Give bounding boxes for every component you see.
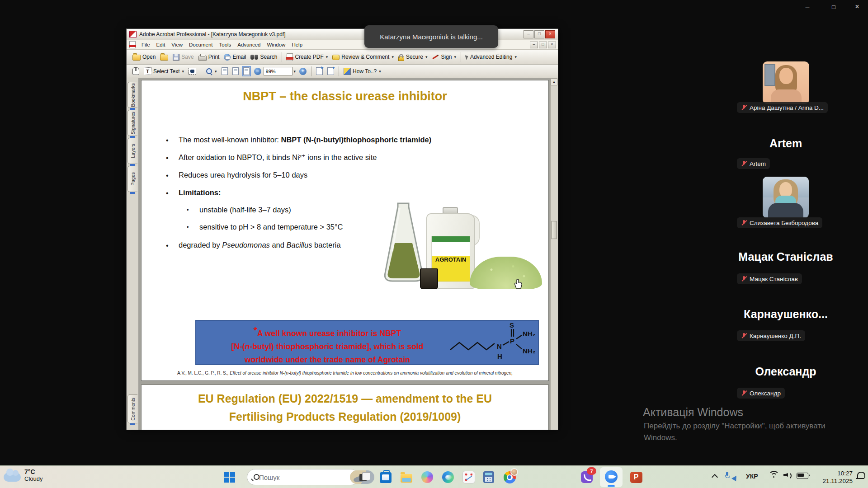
doc-close-button[interactable]: × [548,42,556,48]
task-view-icon [359,472,370,482]
actual-size-button[interactable] [219,66,230,76]
highlight-text: *A well known urease inhibitor is NBPT [… [201,324,454,366]
secure-button[interactable]: Secure ▾ [396,52,430,62]
hand-tool-button[interactable] [130,66,142,76]
participant-face [779,182,792,197]
doc-restore-button[interactable]: □ [539,42,547,48]
email-button[interactable]: Email [222,53,248,61]
snapshot-icon [189,68,196,75]
menu-window[interactable]: Window [264,41,289,48]
menu-advanced[interactable]: Advanced [234,41,264,48]
zoom-in-button[interactable]: + [297,67,309,76]
zoom-dropdown-icon[interactable]: ▾ [294,69,296,74]
print-button[interactable]: Print [196,52,222,62]
participant-name-text: Мацак Станіслав [750,276,798,282]
menu-file[interactable]: File [138,41,153,48]
tray-microphone-icon[interactable] [725,472,729,479]
taskbar-icon-edge[interactable] [440,469,456,485]
advanced-editing-button[interactable]: Advanced Editing ▾ [463,53,519,61]
zoom-icon [605,470,618,483]
cloud-icon [4,473,21,482]
svg-text:NH₂: NH₂ [523,330,535,338]
save-button[interactable]: Save [170,53,196,61]
taskbar-icon-calculator[interactable] [481,469,496,485]
screen-minimize-button[interactable]: – [797,0,818,14]
nav-tab-comments[interactable]: Comments [127,394,137,423]
next-view-button[interactable] [325,66,336,76]
email-label: Email [232,54,246,60]
acrobat-minimize-button[interactable]: – [524,30,533,38]
nav-tab-signatures[interactable]: Signatures [127,110,137,136]
scroll-up-arrow[interactable]: ▲ [551,78,557,85]
doc-minimize-button[interactable]: – [530,42,538,48]
snapshot-tool-button[interactable] [186,67,198,75]
pdf-page-current: NBPT – the classic urease inhibitor • Th… [141,80,549,381]
fit-page-icon [243,67,250,75]
participant-name-text: Аріна Дашутіна / Arina D... [750,104,824,111]
taskbar-icon-store[interactable] [378,469,393,485]
how-to-button[interactable]: How To..? ▾ [341,67,383,76]
hand-cursor [513,278,523,289]
menu-document[interactable]: Document [186,41,216,48]
tray-language-indicator[interactable]: УКР [746,473,758,480]
previous-view-button[interactable] [314,66,325,76]
create-pdf-button[interactable]: Create PDF ▾ [284,52,330,62]
open-label: Open [142,54,156,60]
taskbar-weather-widget[interactable]: 7°C Cloudy [4,468,42,482]
wifi-icon[interactable] [769,471,779,479]
search-button[interactable]: Search [248,53,279,61]
zoom-tool-button[interactable]: ▾ [203,67,219,75]
screen-close-button[interactable]: × [846,0,868,14]
search-input[interactable] [258,473,350,482]
screen-maximize-button[interactable]: □ [823,0,844,14]
tray-clock[interactable]: 10:27 21.11.2025 [814,469,853,485]
acrobat-close-button[interactable]: × [545,30,555,38]
muted-mic-icon [741,160,747,167]
review-comment-button[interactable]: Review & Comment ▾ [330,53,396,61]
scrollbar-thumb[interactable] [551,221,557,239]
nav-tab-bookmarks[interactable]: Bookmarks [127,82,137,108]
menu-edit[interactable]: Edit [153,41,169,48]
tray-overflow-chevron[interactable] [712,474,717,478]
taskbar-icon-explorer[interactable] [399,469,414,485]
acrobat-restore-button[interactable]: □ [534,30,544,38]
sign-button[interactable]: Sign ▾ [429,53,458,61]
taskbar-icon-copilot[interactable] [420,469,435,485]
taskbar-icon-viber[interactable]: 7 [579,469,594,485]
fit-width-button[interactable] [230,66,241,76]
nav-tab-layers[interactable]: Layers [127,138,137,164]
microsoft-store-icon [380,472,392,483]
select-text-button[interactable]: T Select Text ▾ [142,66,186,76]
taskbar-icon-chrome[interactable] [502,469,517,485]
email-icon [224,54,231,61]
weather-temperature: 7°C [24,468,42,475]
participant-body [768,203,803,218]
notification-bell-icon[interactable] [857,472,865,478]
volume-icon[interactable] [783,472,793,478]
battery-icon[interactable] [797,473,808,479]
zoom-out-button[interactable]: − [252,67,264,76]
menu-help[interactable]: Help [288,41,306,48]
windows-logo-icon [224,472,229,477]
fit-page-button[interactable] [241,66,252,76]
participant-video-yelyzaveta[interactable] [763,177,809,218]
chevron-down-icon: ▾ [425,55,428,59]
chevron-down-icon: ▾ [454,55,457,59]
menu-tools[interactable]: Tools [216,41,235,48]
organizer-button[interactable] [158,52,170,61]
taskbar-icon-powerpoint[interactable]: P [628,469,644,485]
taskbar-icon-zoom-active[interactable] [600,467,623,487]
participant-display-name: Олександр [732,365,839,378]
nav-tab-pages[interactable]: Pages [127,166,137,192]
chrome-profile-avatar [510,468,518,476]
taskbar-icon-snipping[interactable] [461,469,476,485]
participant-video-arina[interactable] [763,61,809,104]
taskbar-search-box[interactable] [247,469,359,485]
taskbar-icon-task-view[interactable] [357,469,373,485]
open-button[interactable]: Open [130,52,158,61]
zoom-level-field[interactable] [264,67,292,75]
secure-label: Secure [406,54,423,60]
vertical-scrollbar[interactable]: ▲ [550,78,558,430]
menu-view[interactable]: View [168,41,186,48]
start-button[interactable] [224,472,235,483]
